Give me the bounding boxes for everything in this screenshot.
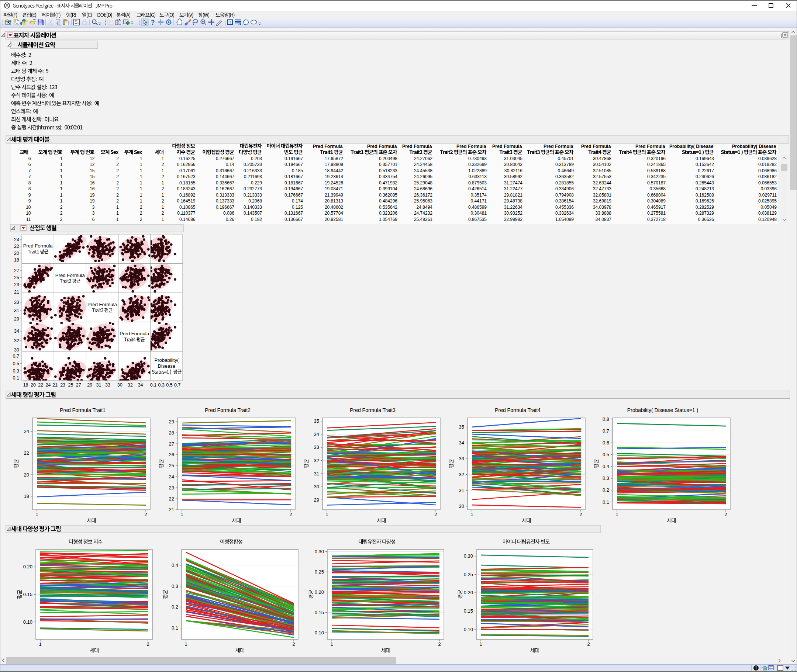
svg-text:3: 3: [92, 211, 95, 216]
svg-text:0.44171: 0.44171: [471, 198, 487, 203]
svg-text:24.8494: 24.8494: [417, 205, 433, 210]
svg-text:25: 25: [169, 463, 174, 469]
svg-text:0.518233: 0.518233: [379, 168, 398, 173]
svg-text:Pred Formula: Pred Formula: [87, 302, 117, 307]
svg-text:2: 2: [438, 642, 441, 647]
svg-text:Probability( Disease Status=1: Probability( Disease Status=1 ): [627, 407, 699, 413]
svg-text:2: 2: [116, 162, 119, 167]
svg-text:0.152642: 0.152642: [696, 162, 714, 167]
svg-text:1: 1: [60, 162, 63, 167]
svg-text:1: 1: [162, 192, 164, 198]
svg-text:0.16225: 0.16225: [179, 156, 196, 161]
svg-text:30.58992: 30.58992: [504, 174, 523, 179]
svg-text:21: 21: [14, 290, 19, 295]
svg-text:8: 8: [29, 186, 31, 191]
svg-text:0.17061: 0.17061: [179, 168, 196, 173]
svg-text:2: 2: [140, 217, 143, 222]
svg-text:8: 8: [29, 180, 31, 186]
svg-text:0.5: 0.5: [166, 382, 172, 388]
svg-text:19: 19: [90, 198, 95, 203]
svg-text:0.332699: 0.332699: [468, 162, 487, 167]
svg-text:Pred Formula: Pred Formula: [492, 144, 523, 149]
svg-text:0.20: 0.20: [464, 590, 473, 595]
svg-text:25.48261: 25.48261: [414, 217, 433, 222]
svg-text:31: 31: [96, 382, 101, 388]
svg-text:6: 6: [92, 217, 95, 222]
svg-text:0.332634: 0.332634: [555, 211, 574, 216]
svg-text:0.120948: 0.120948: [758, 217, 777, 222]
svg-text:29.48738: 29.48738: [504, 198, 523, 203]
svg-text:1: 1: [140, 162, 143, 167]
svg-text:25: 25: [68, 382, 73, 388]
svg-text:2: 2: [116, 180, 119, 186]
svg-text:1: 1: [162, 168, 164, 173]
svg-text:24: 24: [46, 382, 51, 388]
svg-text:Probability(: Probability(: [154, 357, 179, 363]
svg-text:34.0837: 34.0837: [595, 217, 612, 222]
svg-text:0.7: 0.7: [174, 382, 180, 388]
svg-text:0.174: 0.174: [292, 198, 303, 203]
svg-text:0.5: 0.5: [13, 361, 19, 366]
svg-text:0.240626: 0.240626: [696, 174, 714, 179]
svg-text:18.94442: 18.94442: [325, 168, 343, 173]
svg-text:33.8888: 33.8888: [595, 211, 612, 216]
svg-text:0.320196: 0.320196: [647, 156, 666, 161]
svg-text:29: 29: [169, 419, 174, 424]
svg-text:0.1: 0.1: [603, 499, 609, 505]
svg-text:18: 18: [23, 382, 29, 388]
svg-text:33: 33: [314, 445, 319, 450]
svg-text:0.191667: 0.191667: [284, 156, 303, 161]
svg-text:20.92581: 20.92581: [325, 217, 343, 222]
svg-text:30: 30: [117, 382, 122, 388]
svg-text:0.2068: 0.2068: [249, 198, 262, 203]
svg-text:0.3: 0.3: [172, 584, 178, 589]
svg-text:0.038129: 0.038129: [758, 211, 777, 216]
svg-text:0.30481: 0.30481: [471, 211, 487, 216]
svg-text:32.57553: 32.57553: [593, 174, 611, 179]
svg-text:1: 1: [116, 211, 119, 216]
svg-text:0.336667: 0.336667: [216, 180, 234, 186]
svg-text:0.167523: 0.167523: [177, 174, 195, 179]
svg-text:0.386154: 0.386154: [555, 198, 574, 203]
svg-text:0.4: 0.4: [172, 562, 178, 568]
svg-text:1: 1: [162, 180, 164, 186]
svg-text:6: 6: [29, 156, 31, 161]
svg-text:0.7: 0.7: [13, 354, 19, 359]
svg-text:Pred Formula: Pred Formula: [120, 331, 149, 336]
svg-text:26.36172: 26.36172: [414, 192, 433, 198]
svg-text:0.203: 0.203: [251, 156, 262, 161]
svg-text:1: 1: [60, 168, 63, 173]
svg-text:0.216333: 0.216333: [244, 168, 262, 173]
svg-text:0.241865: 0.241865: [647, 162, 666, 167]
svg-text:Pred Formula: Pred Formula: [544, 144, 574, 149]
svg-text:0.45701: 0.45701: [558, 156, 574, 161]
svg-text:2: 2: [144, 512, 147, 517]
svg-text:Pred Formula Trait2: Pred Formula Trait2: [205, 407, 250, 413]
svg-text:1: 1: [162, 156, 164, 161]
svg-text:1: 1: [162, 217, 164, 222]
svg-text:0.164519: 0.164519: [177, 198, 195, 203]
svg-text:24: 24: [24, 429, 29, 434]
svg-text:1: 1: [184, 642, 187, 647]
svg-text:9: 9: [29, 198, 31, 203]
svg-text:1: 1: [60, 198, 63, 203]
svg-text:1: 1: [330, 642, 333, 647]
svg-text:0.3: 0.3: [603, 475, 609, 481]
svg-text:2: 2: [60, 205, 63, 210]
svg-text:23: 23: [14, 282, 19, 287]
svg-text:0.633113: 0.633113: [468, 174, 487, 179]
svg-text:1: 1: [60, 174, 63, 179]
svg-text:2: 2: [140, 211, 143, 216]
svg-text:2: 2: [162, 162, 164, 167]
svg-text:22: 22: [24, 450, 29, 456]
svg-text:Pred Formula: Pred Formula: [313, 144, 343, 149]
svg-text:31.22634: 31.22634: [504, 205, 523, 210]
svg-text:34: 34: [459, 440, 464, 446]
svg-text:0.194667: 0.194667: [284, 186, 303, 191]
svg-text:0.1: 0.1: [13, 376, 19, 381]
svg-text:32: 32: [314, 458, 319, 463]
svg-text:1: 1: [140, 156, 143, 161]
svg-text:0.248213: 0.248213: [696, 186, 714, 191]
svg-text:35: 35: [459, 424, 464, 430]
svg-text:21: 21: [52, 382, 58, 388]
